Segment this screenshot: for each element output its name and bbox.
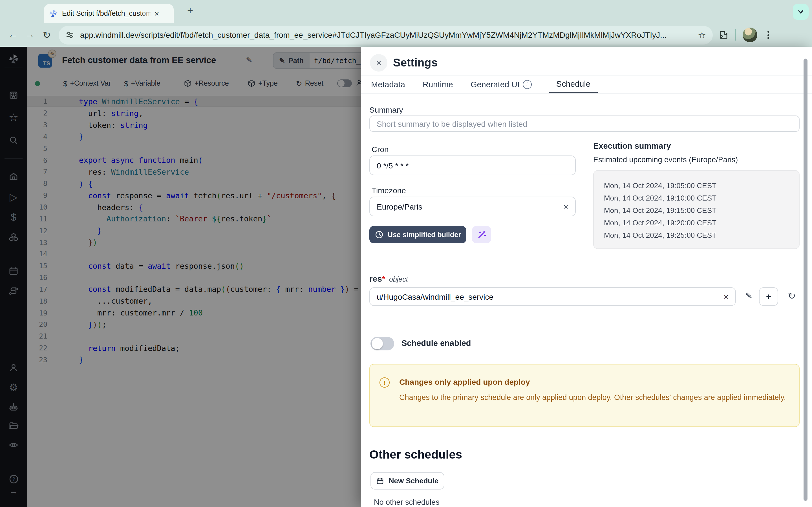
arg-type: object bbox=[389, 276, 408, 283]
edit-resource-pencil-icon[interactable]: ✎ bbox=[746, 291, 753, 301]
cron-label: Cron bbox=[371, 145, 389, 154]
cron-input[interactable]: 0 */5 * * * bbox=[369, 156, 576, 175]
new-schedule-button[interactable]: New Schedule bbox=[370, 472, 444, 490]
calendar-icon bbox=[376, 477, 384, 485]
tab-metadata[interactable]: Metadata bbox=[370, 76, 406, 93]
separator bbox=[735, 29, 736, 41]
browser-toolbar: ← → ↻ app.windmill.dev/scripts/edit/f/bd… bbox=[0, 23, 812, 47]
address-bar[interactable]: app.windmill.dev/scripts/edit/f/bd/fetch… bbox=[59, 25, 713, 44]
drawer-title: Settings bbox=[393, 54, 438, 71]
forward-button[interactable]: → bbox=[21, 29, 38, 41]
warning-icon: ! bbox=[379, 378, 390, 388]
clear-timezone-icon[interactable]: × bbox=[563, 202, 568, 211]
tab-title: Edit Script f/bd/fetch_custome bbox=[62, 10, 152, 17]
url-text[interactable]: app.windmill.dev/scripts/edit/f/bd/fetch… bbox=[80, 31, 693, 40]
use-simplified-builder-button[interactable]: Use simplified builder bbox=[369, 226, 466, 243]
drawer-scrollbar[interactable] bbox=[804, 59, 808, 501]
summary-placeholder: Short summary to be displayed when liste… bbox=[377, 119, 527, 128]
browser-menu-icon[interactable] bbox=[764, 31, 772, 39]
tab-schedule[interactable]: Schedule bbox=[549, 76, 598, 93]
settings-tabs: Metadata Runtime Generated UI i Schedule bbox=[361, 75, 812, 94]
reload-button[interactable]: ↻ bbox=[38, 29, 55, 41]
tab-generated-ui[interactable]: Generated UI i bbox=[469, 76, 532, 93]
new-tab-button[interactable]: + bbox=[187, 5, 193, 17]
schedule-enabled-label: Schedule enabled bbox=[402, 339, 471, 348]
no-other-schedules-text: No other schedules bbox=[374, 498, 440, 506]
timezone-value: Europe/Paris bbox=[377, 202, 422, 211]
execution-summary-subtitle: Estimated upcoming events (Europe/Paris) bbox=[593, 156, 738, 164]
warning-body: Changes to the primary schedule are only… bbox=[399, 392, 788, 403]
windmill-favicon-icon bbox=[49, 9, 57, 18]
chevron-down-icon bbox=[797, 8, 805, 16]
back-button[interactable]: ← bbox=[4, 29, 21, 41]
timezone-label: Timezone bbox=[371, 186, 406, 195]
deploy-warning-box: ! Changes only applied upon deploy Chang… bbox=[369, 364, 800, 427]
warning-title: Changes only applied upon deploy bbox=[399, 378, 530, 386]
res-arg-header: res* object bbox=[369, 274, 408, 283]
windmill-app: ☆ ▷ $ ⚙ bbox=[0, 47, 812, 507]
settings-drawer: × Settings Metadata Runtime Generated UI… bbox=[361, 47, 812, 507]
close-drawer-button[interactable]: × bbox=[370, 54, 388, 71]
ai-cron-button[interactable] bbox=[472, 226, 491, 243]
cron-value: 0 */5 * * * bbox=[377, 161, 409, 170]
site-settings-icon[interactable] bbox=[65, 31, 74, 40]
required-asterisk: * bbox=[382, 274, 385, 283]
upcoming-event: Mon, 14 Oct 2024, 19:20:00 CEST bbox=[604, 217, 799, 229]
refresh-resource-icon[interactable]: ↻ bbox=[788, 290, 796, 302]
info-icon: i bbox=[522, 80, 531, 89]
res-resource-input[interactable]: u/HugoCasa/windmill_ee_service × bbox=[369, 287, 736, 306]
clock-icon bbox=[375, 230, 383, 239]
other-schedules-title: Other schedules bbox=[369, 448, 462, 461]
summary-input[interactable]: Short summary to be displayed when liste… bbox=[369, 115, 800, 132]
res-resource-value: u/HugoCasa/windmill_ee_service bbox=[377, 292, 493, 301]
magic-wand-icon bbox=[477, 230, 486, 239]
arg-name: res bbox=[369, 274, 382, 283]
upcoming-events-box: Mon, 14 Oct 2024, 19:05:00 CEST Mon, 14 … bbox=[593, 170, 800, 249]
timezone-input[interactable]: Europe/Paris × bbox=[369, 196, 576, 216]
upcoming-event: Mon, 14 Oct 2024, 19:25:00 CEST bbox=[604, 229, 799, 242]
browser-tab-strip: Edit Script f/bd/fetch_custome × + bbox=[0, 0, 812, 23]
clear-resource-icon[interactable]: × bbox=[723, 292, 728, 301]
drawer-backdrop[interactable] bbox=[0, 47, 361, 507]
browser-tab[interactable]: Edit Script f/bd/fetch_custome × bbox=[44, 4, 174, 23]
execution-summary-title: Execution summary bbox=[593, 142, 671, 151]
schedule-enabled-toggle[interactable] bbox=[370, 337, 394, 350]
bookmark-star-icon[interactable]: ☆ bbox=[698, 30, 706, 40]
upcoming-event: Mon, 14 Oct 2024, 19:05:00 CEST bbox=[604, 180, 799, 192]
profile-avatar[interactable] bbox=[743, 27, 757, 42]
summary-label: Summary bbox=[369, 105, 403, 114]
window-chevron-button[interactable] bbox=[793, 4, 809, 20]
tab-runtime[interactable]: Runtime bbox=[421, 76, 454, 93]
tab-close-icon[interactable]: × bbox=[154, 10, 159, 17]
extensions-puzzle-icon[interactable] bbox=[718, 30, 728, 40]
upcoming-event: Mon, 14 Oct 2024, 19:10:00 CEST bbox=[604, 192, 799, 205]
screen: Edit Script f/bd/fetch_custome × + ← → ↻… bbox=[0, 0, 812, 507]
upcoming-event: Mon, 14 Oct 2024, 19:15:00 CEST bbox=[604, 205, 799, 217]
add-resource-button[interactable]: + bbox=[759, 287, 778, 306]
